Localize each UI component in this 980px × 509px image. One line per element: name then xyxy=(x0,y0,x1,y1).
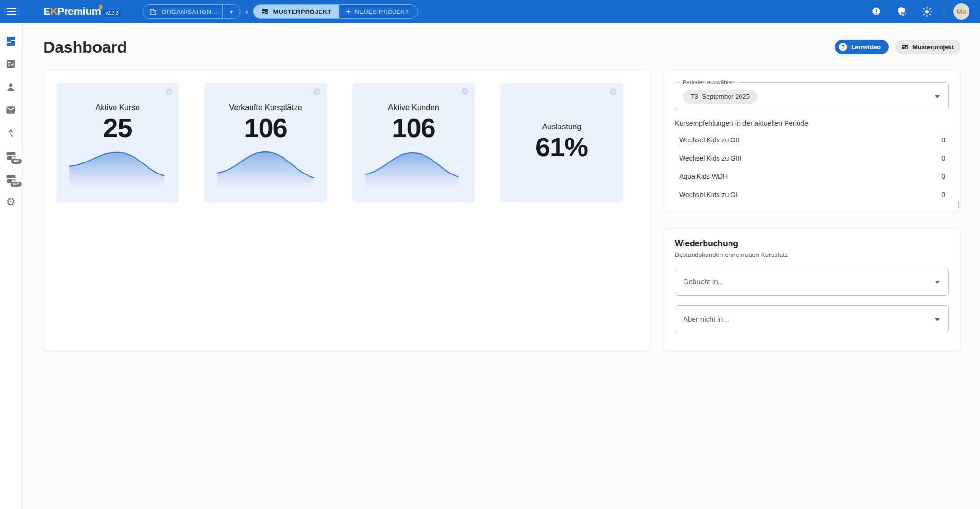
mail-icon xyxy=(5,104,16,116)
recommendations-title: Kursempfehlungen in der aktuellen Period… xyxy=(675,119,949,127)
stat-label: Aktive Kurse xyxy=(56,103,179,112)
main-content: Dashboard ? Lernvideo Musterprojekt ⚙ Ak… xyxy=(22,23,980,509)
reco-count: 0 xyxy=(941,154,945,162)
reco-count: 0 xyxy=(941,136,945,144)
crown-icon: ♛ xyxy=(98,1,103,12)
sidebar-item-merge[interactable] xyxy=(4,127,18,139)
sidebar: EK WC ⚙ xyxy=(0,23,22,509)
card-settings-icon[interactable]: ⚙ xyxy=(165,87,173,96)
not-in-placeholder: Aber nicht in... xyxy=(683,315,729,323)
chevron-down-icon xyxy=(935,95,940,98)
card-settings-icon[interactable]: ⚙ xyxy=(609,87,617,96)
menu-icon[interactable] xyxy=(7,6,18,17)
sun-icon xyxy=(922,6,933,17)
reco-label: Wechsel Kids zu GI xyxy=(679,191,738,198)
tab-neues-projekt[interactable]: + NEUES PROJEKT xyxy=(339,5,418,18)
building-icon xyxy=(149,8,157,16)
musterprojekt-button[interactable]: Musterprojekt xyxy=(895,40,961,54)
fact-check-icon xyxy=(5,58,16,69)
support-button[interactable] xyxy=(896,6,907,17)
badge-ek: EK xyxy=(11,159,21,164)
active-project-label: MUSTERPROJEKT xyxy=(273,8,331,15)
sidebar-item-project-ek[interactable]: EK xyxy=(4,150,18,162)
lernvideo-label: Lernvideo xyxy=(851,44,881,51)
gear-icon: ⚙ xyxy=(6,197,16,208)
card-settings-icon[interactable]: ⚙ xyxy=(461,87,469,96)
reco-label: Aqua Kids WDH xyxy=(679,173,728,180)
musterprojekt-label: Musterprojekt xyxy=(912,44,954,51)
sidebar-item-customers[interactable] xyxy=(4,81,18,93)
sidebar-item-mail[interactable] xyxy=(4,104,18,116)
tab-musterprojekt[interactable]: MUSTERPROJEKT xyxy=(253,5,339,18)
theme-toggle-button[interactable] xyxy=(921,6,933,17)
stat-card-auslastung: ⚙ Auslastung 61% xyxy=(500,83,623,203)
rebooking-subtitle: Bestandskunden ohne neuen Kursplatz xyxy=(675,251,949,258)
app-logo: EKPremium♛ v2.3.3 xyxy=(43,6,121,17)
rebooking-panel: Wiederbuchung Bestandskunden ohne neuen … xyxy=(663,228,961,351)
sidebar-item-settings[interactable]: ⚙ xyxy=(4,196,18,208)
topbar: EKPremium♛ v2.3.3 ORGANISATION... ▾ › MU… xyxy=(0,0,980,23)
scrollbar-thumb[interactable] xyxy=(958,201,959,208)
project-tabs: MUSTERPROJEKT + NEUES PROJEKT xyxy=(253,4,418,19)
merge-icon xyxy=(5,127,16,139)
chevron-down-icon xyxy=(935,318,940,321)
dashboard-icon xyxy=(5,35,17,47)
card-settings-icon[interactable]: ⚙ xyxy=(313,87,321,96)
topbar-divider xyxy=(944,4,944,19)
stat-card-verkaufte-kursplaetze: ⚙ Verkaufte Kursplätze 106 xyxy=(204,83,327,203)
bell-curve-chart xyxy=(63,148,172,186)
organisation-selector[interactable]: ORGANISATION... ▾ xyxy=(142,4,240,19)
bell-curve-chart xyxy=(359,148,468,186)
page-title: Dashboard xyxy=(43,38,127,57)
sidebar-item-courses[interactable] xyxy=(4,58,18,70)
reco-label: Wechsel Kids zu GIII xyxy=(679,154,741,162)
avatar[interactable]: Ma xyxy=(953,3,969,20)
selected-period-chip: T3_September 2025 xyxy=(683,90,757,104)
reco-count: 0 xyxy=(941,191,945,198)
chevron-down-icon xyxy=(935,281,940,284)
right-panel: Perioden auswählen T3_September 2025 Kur… xyxy=(663,70,961,351)
stat-card-aktive-kurse: ⚙ Aktive Kurse 25 xyxy=(56,83,179,203)
list-item[interactable]: Wechsel Kids zu GIII 0 xyxy=(675,149,949,167)
project-icon xyxy=(261,8,269,15)
sidebar-item-project-wc[interactable]: WC xyxy=(4,173,18,185)
list-item[interactable]: Wechsel Kids zu GII 0 xyxy=(675,131,949,149)
booked-in-select[interactable]: Gebucht in... xyxy=(675,268,949,296)
stat-label: Aktive Kunden xyxy=(352,103,475,112)
rebooking-title: Wiederbuchung xyxy=(675,239,949,249)
stat-value: 61% xyxy=(500,132,623,162)
person-icon xyxy=(5,81,16,93)
bell-curve-chart xyxy=(211,148,320,186)
stat-card-aktive-kunden: ⚙ Aktive Kunden 106 xyxy=(352,83,475,203)
version-badge: v2.3.3 xyxy=(103,10,121,17)
shield-user-icon xyxy=(896,6,907,17)
period-panel: Perioden auswählen T3_September 2025 Kur… xyxy=(663,70,961,211)
stat-value: 25 xyxy=(56,113,179,143)
alert-badge-icon xyxy=(871,6,882,17)
reco-label: Wechsel Kids zu GII xyxy=(679,136,740,144)
not-in-select[interactable]: Aber nicht in... xyxy=(675,305,949,333)
stat-value: 106 xyxy=(352,113,475,143)
lernvideo-button[interactable]: ? Lernvideo xyxy=(835,40,889,54)
stats-card-container: ⚙ Aktive Kurse 25 ⚙ Verkaufte Kursplätze… xyxy=(43,70,651,351)
plus-icon: + xyxy=(346,7,351,16)
help-icon: ? xyxy=(839,43,847,51)
new-project-label: NEUES PROJEKT xyxy=(354,8,409,15)
project-icon xyxy=(901,43,909,51)
stat-label: Verkaufte Kursplätze xyxy=(204,103,327,112)
period-select-label: Perioden auswählen xyxy=(680,79,737,86)
organisation-label: ORGANISATION... xyxy=(161,8,217,15)
list-item[interactable]: Aqua Kids WDH 0 xyxy=(675,167,949,185)
badge-wc: WC xyxy=(11,182,21,187)
chevron-down-icon[interactable]: ▾ xyxy=(223,8,240,15)
sidebar-item-dashboard[interactable] xyxy=(4,35,18,47)
list-item[interactable]: Wechsel Kids zu GI 0 xyxy=(675,185,949,204)
stat-label: Auslastung xyxy=(500,122,623,131)
breadcrumb-chevron-icon: › xyxy=(245,6,248,17)
logo-text: EK xyxy=(43,5,57,17)
notifications-button[interactable] xyxy=(870,6,882,17)
booked-in-placeholder: Gebucht in... xyxy=(683,278,724,286)
recommendations-list: Wechsel Kids zu GII 0 Wechsel Kids zu GI… xyxy=(675,131,949,204)
period-select[interactable]: Perioden auswählen T3_September 2025 xyxy=(675,82,949,110)
reco-count: 0 xyxy=(941,173,945,180)
